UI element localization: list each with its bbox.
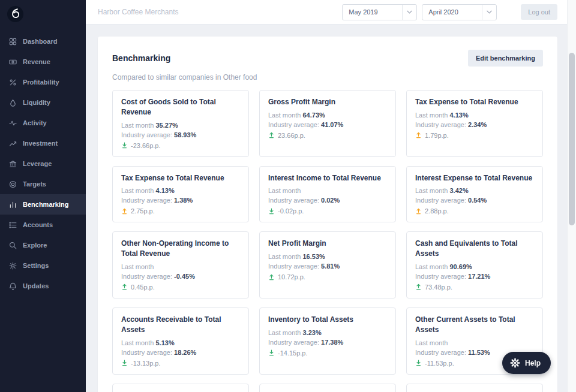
period-end-value: April 2020 <box>422 8 482 16</box>
sidebar-item-label: Activity <box>23 119 47 126</box>
delta-metric: 1.79p.p. <box>415 132 534 139</box>
benchmark-card-title: Tax Expense to Total Revenue <box>415 97 534 107</box>
delta-metric: -0.02p.p. <box>268 207 387 215</box>
help-button[interactable]: Help <box>502 352 551 374</box>
arrow-up-icon <box>121 284 128 290</box>
benchmark-card-title: Inventory to Total Assets <box>268 315 387 325</box>
sidebar-item-explore[interactable]: Explore <box>0 235 86 255</box>
benchmark-card: Interest Income to Total RevenueLast mon… <box>259 166 396 223</box>
revenue-icon <box>9 58 17 66</box>
scrollbar-thumb[interactable] <box>569 53 575 225</box>
benchmark-card: Cost of Goods Sold to Total RevenueLast … <box>112 90 249 157</box>
sidebar-item-liquidity[interactable]: Liquidity <box>0 92 86 113</box>
sidebar-item-investment[interactable]: Investment <box>0 133 86 153</box>
benchmark-grid: Cost of Goods Sold to Total RevenueLast … <box>112 90 543 392</box>
benchmark-card: Gross Profit MarginLast month 64.73%Indu… <box>259 90 396 157</box>
sidebar-item-label: Explore <box>23 242 47 249</box>
benchmark-card: Current Assets to Total AssetsLast month… <box>112 384 249 392</box>
last-month-metric: Last month 3.42% <box>415 187 534 194</box>
sidebar-item-label: Leverage <box>23 160 52 167</box>
sidebar-item-profitability[interactable]: Profitability <box>0 72 86 92</box>
sidebar-item-accounts[interactable]: Accounts <box>0 215 86 235</box>
sidebar-item-label: Updates <box>23 282 49 290</box>
industry-average-metric: Industry average: 18.26% <box>121 349 240 356</box>
arrow-up-icon <box>268 132 275 138</box>
benchmark-card-title: Other Current Assets to Total Assets <box>415 315 534 335</box>
delta-metric: -23.66p.p. <box>121 142 240 149</box>
delta-metric: 2.88p.p. <box>415 207 534 215</box>
sidebar-item-benchmarking[interactable]: Benchmarking <box>0 194 86 215</box>
sidebar-item-label: Profitability <box>23 79 59 86</box>
sidebar-item-label: Dashboard <box>23 38 57 45</box>
delta-metric: 2.75p.p. <box>121 207 240 215</box>
last-month-metric: Last month <box>268 187 387 194</box>
scrollbar[interactable] <box>567 0 576 392</box>
industry-average-metric: Industry average: 58.93% <box>121 131 240 138</box>
benchmark-card-title: Cash and Equivalents to Total Assets <box>415 239 534 259</box>
period-end-select[interactable]: April 2020 <box>422 4 497 20</box>
industry-average-metric: Industry average: 0.02% <box>268 197 387 204</box>
sidebar-item-updates[interactable]: Updates <box>0 276 86 296</box>
sidebar-item-settings[interactable]: Settings <box>0 255 86 276</box>
industry-average-metric: Industry average: -0.45% <box>121 273 240 280</box>
industry-average-metric: Industry average: 17.21% <box>415 273 534 280</box>
industry-average-metric: Industry average: 5.81% <box>268 263 387 270</box>
industry-average-metric: Industry average: 2.34% <box>415 121 534 128</box>
benchmark-card-title: Cost of Goods Sold to Total Revenue <box>121 97 240 117</box>
sidebar-item-label: Investment <box>23 140 58 147</box>
arrow-down-icon <box>415 360 422 366</box>
benchmark-card: Other Non-Operating Income to Total Reve… <box>112 231 249 298</box>
arrow-down-icon <box>121 360 128 366</box>
delta-value: 23.66p.p. <box>278 132 305 139</box>
period-start-value: May 2019 <box>343 8 402 16</box>
sidebar-item-dashboard[interactable]: Dashboard <box>0 31 86 52</box>
brand-logo-icon <box>7 5 24 23</box>
benchmark-card: Net Profit MarginLast month 16.53%Indust… <box>259 231 396 298</box>
sidebar-item-targets[interactable]: Targets <box>0 174 86 194</box>
benchmark-card-title: Interest Income to Total Revenue <box>268 173 387 183</box>
last-month-metric: Last month 5.13% <box>121 339 240 346</box>
period-start-select[interactable]: May 2019 <box>342 4 417 20</box>
delta-metric: -14.15p.p. <box>268 349 387 357</box>
arrow-down-icon <box>268 208 275 215</box>
benchmark-card: Inventory to Total AssetsLast month 3.23… <box>259 307 396 375</box>
last-month-metric: Last month 4.13% <box>415 111 534 119</box>
benchmark-card: Interest Expense to Total RevenueLast mo… <box>406 166 543 223</box>
benchmark-card-title: Accounts Receivable to Total Assets <box>121 315 240 335</box>
last-month-metric: Last month 3.23% <box>268 329 387 336</box>
sidebar-item-leverage[interactable]: Leverage <box>0 153 86 174</box>
logout-button[interactable]: Log out <box>521 4 557 20</box>
sidebar-item-revenue[interactable]: Revenue <box>0 52 86 72</box>
benchmark-card: Accounts Receivable to Total AssetsLast … <box>112 307 249 375</box>
profitability-icon <box>9 79 17 86</box>
benchmarking-panel: Benchmarking Edit benchmarking Compared … <box>98 37 557 392</box>
last-month-metric: Last month <box>415 339 534 346</box>
delta-value: 2.75p.p. <box>131 207 155 215</box>
chevron-down-icon <box>402 5 416 20</box>
leverage-icon <box>9 160 17 168</box>
benchmark-card: Other Assets to Total AssetsLast month I… <box>406 384 543 392</box>
activity-icon <box>9 119 17 127</box>
chevron-down-icon <box>482 5 496 20</box>
accounts-icon <box>9 221 17 229</box>
last-month-metric: Last month 4.13% <box>121 187 240 194</box>
app-logo[interactable] <box>0 0 86 23</box>
arrow-down-icon <box>121 142 128 149</box>
delta-value: 0.45p.p. <box>131 284 155 291</box>
delta-metric: 0.45p.p. <box>121 284 240 291</box>
arrow-up-icon <box>415 208 422 215</box>
topbar: Harbor Coffee Merchants May 2019 April 2… <box>86 0 567 25</box>
arrow-up-icon <box>121 208 128 215</box>
settings-icon <box>9 262 17 270</box>
benchmark-card: Tax Expense to Total RevenueLast month 4… <box>406 90 543 157</box>
company-name: Harbor Coffee Merchants <box>98 8 179 16</box>
industry-average-metric: Industry average: 0.54% <box>415 197 534 204</box>
arrow-up-icon <box>268 274 275 281</box>
delta-value: -11.53p.p. <box>425 360 454 367</box>
last-month-metric: Last month 64.73% <box>268 111 387 119</box>
sidebar-item-activity[interactable]: Activity <box>0 113 86 133</box>
sidebar-item-label: Settings <box>23 262 49 269</box>
edit-benchmarking-button[interactable]: Edit benchmarking <box>468 50 543 67</box>
sidebar-item-label: Accounts <box>23 221 53 228</box>
sidebar-item-label: Revenue <box>23 58 50 65</box>
